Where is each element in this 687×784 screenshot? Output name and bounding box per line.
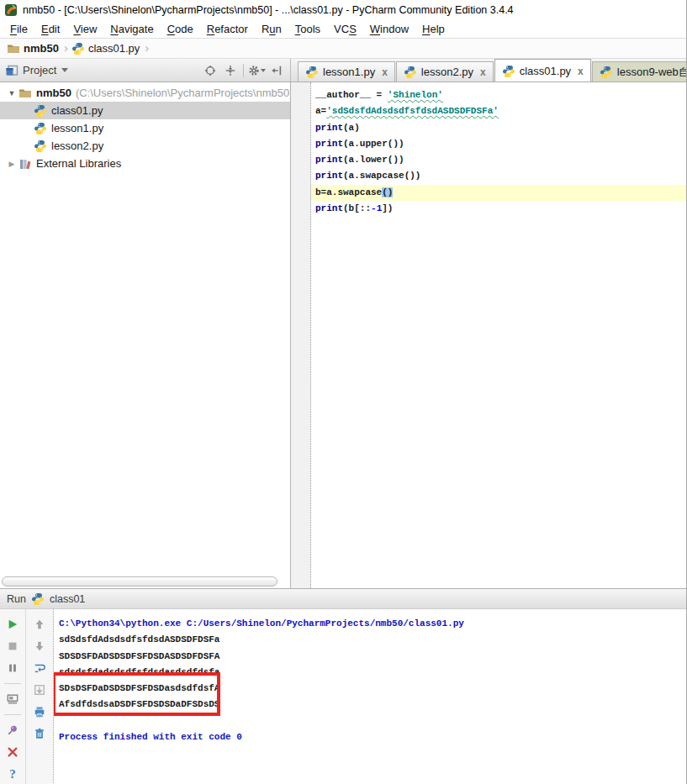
project-path: (C:\Users\Shinelon\PycharmProjects\nmb50… bbox=[76, 87, 291, 99]
code-line-current: b=a.swapcase() bbox=[311, 185, 686, 201]
restore-layout-button[interactable] bbox=[3, 690, 22, 708]
code-line: print(a) bbox=[311, 120, 686, 136]
down-stack-icon bbox=[34, 640, 45, 652]
chevron-down-icon bbox=[261, 69, 266, 72]
code-line: print(a.upper()) bbox=[311, 136, 686, 152]
editor-tab-bar: lesson1.py x lesson2.py x class01.py x l… bbox=[291, 59, 686, 82]
external-libraries-icon bbox=[18, 157, 32, 171]
pause-button[interactable] bbox=[3, 659, 22, 677]
scroll-to-end-button[interactable] bbox=[30, 681, 49, 699]
console-output-line: SDSDSFDADSDSDFSFDSDASDSDFDSFA bbox=[59, 649, 686, 665]
up-stack-icon bbox=[34, 618, 45, 630]
menu-view[interactable]: View bbox=[66, 21, 103, 37]
project-panel-title[interactable]: Project bbox=[23, 64, 56, 76]
tab-class01[interactable]: class01.py x bbox=[494, 59, 591, 82]
python-file-icon bbox=[502, 65, 515, 78]
code-line: __author__ = 'Shinelon' bbox=[311, 87, 686, 103]
tree-item-class01[interactable]: class01.py bbox=[0, 102, 290, 119]
breadcrumb-project[interactable]: nmb50 bbox=[7, 42, 59, 55]
python-file-icon bbox=[34, 122, 47, 135]
folder-icon bbox=[7, 42, 20, 55]
code-editor[interactable]: __author__ = 'Shinelon' a='sdSdsfdAdsdsd… bbox=[291, 82, 686, 588]
run-panel-body: ? C:\Python34\python.exe C:/Users/Shinel… bbox=[0, 609, 686, 784]
project-tree: ▼ nmb50 (C:\Users\Shinelon\PycharmProjec… bbox=[0, 82, 290, 172]
breadcrumb-chevron-icon: › bbox=[145, 40, 149, 55]
run-toolbar-left: ? bbox=[0, 609, 26, 784]
code-line: print(a.lower()) bbox=[311, 152, 686, 168]
console-exit-line: Process finished with exit code 0 bbox=[59, 729, 686, 745]
hide-panel-button[interactable] bbox=[267, 61, 287, 80]
code-line: print(a.swapcase()) bbox=[311, 168, 686, 184]
menu-tools[interactable]: Tools bbox=[288, 21, 327, 37]
menu-code[interactable]: Code bbox=[161, 21, 200, 37]
settings-button[interactable] bbox=[246, 61, 267, 80]
tab-lesson2[interactable]: lesson2.py x bbox=[396, 61, 494, 82]
clear-console-button[interactable] bbox=[30, 724, 49, 743]
tree-item-external-libraries[interactable]: ▶ External Libraries bbox=[0, 155, 290, 172]
chevron-down-icon[interactable] bbox=[61, 68, 68, 72]
project-panel-icon bbox=[5, 64, 18, 77]
locate-icon bbox=[204, 65, 216, 76]
menu-file[interactable]: File bbox=[3, 21, 34, 37]
editor-content[interactable]: __author__ = 'Shinelon' a='sdSdsfdAdsdsd… bbox=[311, 82, 686, 588]
folder-icon bbox=[18, 87, 32, 100]
menu-vcs[interactable]: VCS bbox=[327, 21, 363, 37]
help-button[interactable]: ? bbox=[3, 765, 22, 783]
menu-run[interactable]: Run bbox=[255, 21, 288, 37]
window-title: nmb50 - [C:\Users\Shinelon\PycharmProjec… bbox=[23, 4, 514, 16]
scroll-to-end-icon bbox=[34, 684, 45, 696]
up-stack-trace-button[interactable] bbox=[30, 615, 49, 634]
expanded-arrow-icon[interactable]: ▼ bbox=[5, 89, 18, 97]
main-area: ▼ nmb50 (C:\Users\Shinelon\PycharmProjec… bbox=[0, 82, 686, 588]
run-panel-header[interactable]: Run class01 bbox=[0, 589, 686, 609]
tree-item-lesson2[interactable]: lesson2.py bbox=[0, 137, 290, 155]
run-tool-window: Run class01 ? bbox=[0, 588, 686, 784]
menu-refactor[interactable]: Refactor bbox=[200, 21, 255, 37]
run-console[interactable]: C:\Python34\python.exe C:/Users/Shinelon… bbox=[53, 609, 686, 784]
run-icon bbox=[7, 618, 18, 630]
tab-lesson1[interactable]: lesson1.py x bbox=[298, 61, 395, 82]
python-file-icon bbox=[31, 592, 45, 606]
close-tab-icon[interactable]: x bbox=[578, 66, 584, 77]
code-line: print(b[::-1]) bbox=[311, 201, 686, 217]
rerun-button[interactable] bbox=[3, 615, 22, 634]
restore-layout-icon bbox=[7, 693, 18, 705]
breadcrumb-file[interactable]: class01.py bbox=[71, 42, 140, 55]
gear-icon bbox=[248, 65, 260, 76]
tree-root-nmb50[interactable]: ▼ nmb50 (C:\Users\Shinelon\PycharmProjec… bbox=[0, 84, 290, 102]
pycharm-window: nmb50 - [C:\Users\Shinelon\PycharmProjec… bbox=[0, 0, 687, 784]
project-horizontal-scrollbar[interactable] bbox=[2, 576, 277, 587]
python-file-icon bbox=[305, 66, 319, 79]
run-panel-title: Run bbox=[7, 593, 26, 605]
menu-help[interactable]: Help bbox=[415, 21, 452, 37]
console-output-line: AfsdfdsdsaDSDFSFDSDSDaDFSDsDS bbox=[59, 697, 686, 713]
tree-item-lesson1[interactable]: lesson1.py bbox=[0, 119, 290, 137]
console-output-line: sdSdsfdAdsdsdfsfdsdASDSDFDSFa bbox=[59, 632, 686, 648]
close-tab-icon[interactable]: x bbox=[382, 66, 388, 78]
stop-button[interactable] bbox=[3, 637, 22, 655]
collapse-all-icon bbox=[225, 65, 236, 76]
print-button[interactable] bbox=[30, 702, 49, 721]
collapsed-arrow-icon[interactable]: ▶ bbox=[5, 160, 18, 168]
python-file-icon bbox=[34, 104, 47, 118]
print-icon bbox=[34, 706, 45, 718]
stop-icon bbox=[7, 640, 18, 652]
tool-row: Project lesson1.py x lesson2.py x class bbox=[0, 59, 686, 82]
project-panel-header: Project bbox=[0, 59, 291, 82]
project-panel: ▼ nmb50 (C:\Users\Shinelon\PycharmProjec… bbox=[0, 82, 291, 588]
close-tab-icon[interactable]: x bbox=[480, 66, 486, 78]
close-panel-button[interactable] bbox=[3, 743, 22, 761]
soft-wrap-icon bbox=[34, 662, 45, 674]
soft-wrap-button[interactable] bbox=[30, 659, 49, 677]
collapse-all-button[interactable] bbox=[220, 61, 240, 80]
pin-tab-button[interactable] bbox=[3, 721, 22, 739]
menu-window[interactable]: Window bbox=[363, 21, 415, 37]
tab-lesson9[interactable]: lesson9-web自动化 bbox=[592, 61, 686, 82]
down-stack-trace-button[interactable] bbox=[30, 637, 49, 655]
pycharm-logo-icon bbox=[4, 3, 18, 17]
menu-edit[interactable]: Edit bbox=[34, 21, 66, 37]
menu-navigate[interactable]: Navigate bbox=[103, 21, 160, 37]
python-file-icon bbox=[71, 42, 85, 55]
hide-panel-icon bbox=[271, 65, 283, 76]
locate-file-button[interactable] bbox=[200, 61, 220, 80]
